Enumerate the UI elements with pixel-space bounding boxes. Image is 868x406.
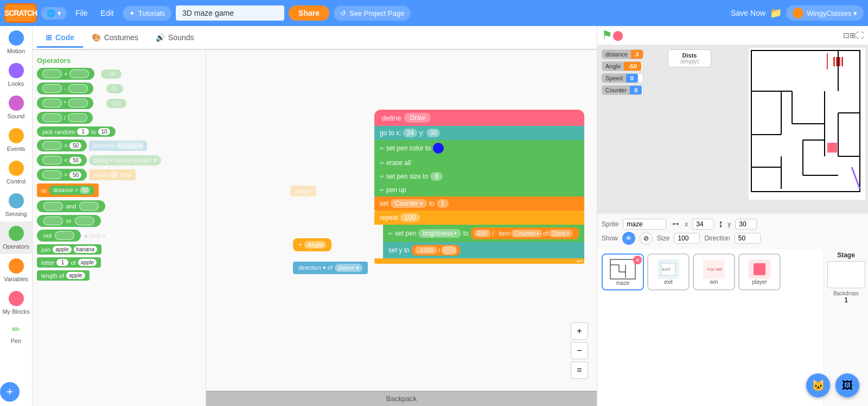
y-coord-input[interactable] [735, 219, 757, 230]
script-canvas-inner[interactable]: Angle + Angle direction ▾ of [206, 50, 597, 391]
sidebar-item-operators[interactable]: Operators [0, 221, 32, 254]
sidebar-item-control[interactable]: Control [0, 156, 32, 189]
backpack-label: Backpack [386, 395, 417, 403]
x-coord-input[interactable] [692, 219, 714, 230]
sprite-thumb-player[interactable]: player [738, 253, 781, 290]
block-subtract[interactable]: - [37, 83, 93, 94]
sprite-thumb-maze[interactable]: ✕ maze [602, 253, 644, 290]
block-or-distance[interactable]: or distance > 50 [37, 183, 99, 197]
sprite-delete-maze[interactable]: ✕ [633, 256, 642, 264]
left-sidebar: Motion Looks Sound Events Control Sensin… [0, 26, 33, 406]
backpack-bar[interactable]: Backpack [206, 391, 597, 406]
sprite-name-input[interactable] [623, 219, 666, 230]
stage-thumbnail[interactable] [827, 261, 865, 288]
tab-sounds[interactable]: 🔊 Sounds [147, 29, 202, 48]
block-length[interactable]: length of apple [37, 270, 90, 281]
block-multiply-ghost[interactable]: 100 [106, 99, 126, 108]
float-direction-block[interactable]: direction ▾ of player ▾ [293, 262, 368, 274]
block-equal[interactable]: = 50 [37, 169, 87, 181]
block-set-pen-bright[interactable]: ✏ set pen brightness ▾ to 500 / [383, 225, 584, 242]
y-toggle [442, 246, 457, 255]
zoom-in-button[interactable]: + [571, 322, 588, 340]
block-greater[interactable]: > 50 [37, 139, 87, 151]
block-pick-random[interactable]: pick random 1 to 10 [37, 126, 116, 137]
tab-code[interactable]: ⊞ Code [37, 29, 83, 48]
block-add[interactable]: + [37, 68, 94, 80]
scratch-logo[interactable]: SCRATCH [4, 3, 37, 23]
add-sprite-cat-button[interactable]: 🐱 [806, 373, 830, 397]
block-letter[interactable]: letter 1 of apple [37, 257, 101, 268]
block-row-equal: = 50 move 1 step [37, 169, 201, 181]
save-now-button[interactable]: Save Now [731, 9, 765, 17]
sprite-info-row: Sprite ↔ x ↕ y [602, 218, 864, 230]
zoom-out-button[interactable]: − [571, 342, 588, 359]
tabs-row: ⊞ Code 🎨 Costumes 🔊 Sounds [33, 26, 597, 50]
sidebar-item-events[interactable]: Events [0, 124, 32, 156]
stop-button[interactable]: ⬤ [612, 29, 623, 41]
block-pen-up[interactable]: ✏ pen up [374, 183, 584, 196]
folder-button[interactable]: 📁 [770, 7, 782, 19]
sprite-info-panel: Sprite ↔ x ↕ y Show 👁 ⊘ Size Direction [597, 213, 868, 249]
share-button[interactable]: Share [289, 5, 329, 21]
right-panel: ⚑ ⬤ ⊡ ⊞ ⛶ distance 3 Angle -50 Speed [597, 26, 868, 406]
block-divide[interactable]: / [37, 112, 93, 124]
block-or[interactable]: or [37, 215, 101, 227]
hide-eye-button[interactable]: ⊘ [640, 232, 653, 245]
project-title-input[interactable] [176, 5, 284, 21]
file-menu[interactable]: File [71, 7, 92, 20]
tab-costumes[interactable]: 🎨 Costumes [83, 29, 147, 48]
edit-menu[interactable]: Edit [97, 7, 118, 20]
block-subtract-ghost[interactable]: 30 [106, 84, 123, 93]
see-project-button[interactable]: ↺ See Project Page [334, 6, 411, 21]
center-area: ⊞ Code 🎨 Costumes 🔊 Sounds Operators [33, 26, 597, 406]
layout-button-1[interactable]: ⊡ [843, 31, 850, 40]
block-set-pen-color[interactable]: ✏ set pen color to [374, 140, 584, 156]
block-not[interactable]: not [37, 230, 81, 242]
sprite-thumb-win[interactable]: YOU WIN! win [693, 253, 735, 290]
sidebar-item-pen[interactable]: ✏ Pen [0, 319, 32, 348]
add-extension-button[interactable]: + [0, 382, 20, 402]
fullscreen-button[interactable]: ⛶ [856, 31, 864, 40]
counter-monitor-value: 0 [630, 86, 642, 94]
block-set-y[interactable]: set y to -1500 / [383, 242, 584, 258]
block-row-multiply: * 100 [37, 97, 201, 109]
show-eye-button[interactable]: 👁 [622, 232, 635, 245]
pen-label: Pen [11, 338, 22, 344]
maze-display: |||| [749, 48, 865, 200]
block-add-ghost[interactable]: - 30 [101, 69, 121, 79]
sidebar-item-variables[interactable]: Variables [0, 254, 32, 287]
direction-input[interactable] [735, 233, 761, 244]
counter-val: 1 [437, 199, 449, 208]
green-flag-button[interactable]: ⚑ [602, 28, 612, 42]
tutorials-button[interactable]: ✦ Looks Tutorials [123, 6, 171, 21]
svg-text:YOU WIN!: YOU WIN! [707, 268, 722, 271]
block-less[interactable]: < 50 [37, 154, 87, 166]
sidebar-item-myblocks[interactable]: My Blocks [0, 287, 32, 319]
language-button[interactable]: 🌐 ▾ [41, 7, 67, 20]
pencil-icon: ✏ [380, 145, 384, 151]
block-and[interactable]: and [37, 200, 105, 212]
globe-chevron: ▾ [58, 9, 61, 17]
maze-sprite-preview [609, 258, 636, 280]
float-angle-main[interactable]: + Angle [293, 238, 331, 251]
block-join[interactable]: join apple banana [37, 244, 101, 255]
layout-button-2[interactable]: ⊞ [850, 31, 856, 40]
block-set-pen-size[interactable]: ✏ set pen size to 6 [374, 169, 584, 183]
user-menu[interactable]: WingyClasses ▾ [786, 5, 864, 21]
block-set-counter[interactable]: set Counter ▾ to 1 [374, 196, 584, 211]
exit-sprite-preview: EXIT [658, 259, 679, 279]
block-define-draw[interactable]: define Draw [374, 110, 584, 126]
block-repeat-top[interactable]: repeat 100 [374, 211, 584, 225]
sprite-thumb-exit[interactable]: EXIT exit [647, 253, 690, 290]
block-multiply[interactable]: * [37, 97, 93, 109]
sidebar-item-looks[interactable]: Looks [0, 59, 32, 91]
sidebar-item-sound[interactable]: Sound [0, 91, 32, 124]
add-backdrop-button[interactable]: 🖼 [835, 373, 859, 397]
sidebar-item-sensing[interactable]: Sensing [0, 189, 32, 221]
fit-button[interactable]: = [571, 361, 588, 379]
counter-monitor-label: Counter [602, 86, 630, 94]
size-input[interactable] [674, 233, 700, 244]
block-erase-all[interactable]: ✏ erase all [374, 156, 584, 169]
block-goto[interactable]: go to x: 34 y: 30 [374, 126, 584, 140]
sidebar-item-motion[interactable]: Motion [0, 26, 32, 59]
